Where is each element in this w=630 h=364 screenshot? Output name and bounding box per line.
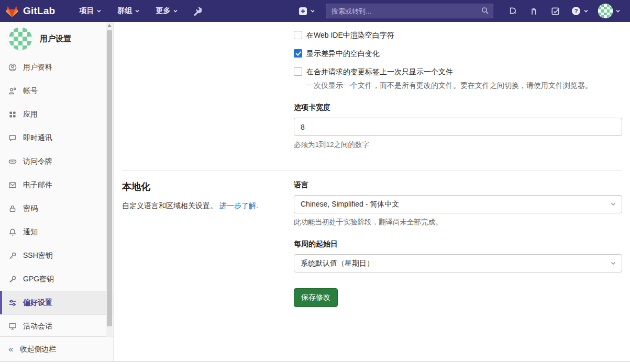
scroll-up-icon[interactable] (107, 24, 112, 27)
localization-section-left: 本地化 自定义语言和区域相关设置。 进一步了解. (122, 171, 294, 307)
viewport-bottom-edge (0, 361, 630, 364)
sidebar-item-notifications[interactable]: 通知 (0, 220, 113, 244)
show-whitespace-diff-checkbox-row[interactable]: 显示差异中的空白变化 (294, 49, 622, 59)
language-select-value: Chinese, Simplified - 简体中文 (301, 200, 399, 209)
checkbox-icon[interactable] (294, 31, 302, 39)
checkbox-label: 显示差异中的空白变化 (306, 49, 380, 59)
issues-button[interactable] (503, 4, 522, 19)
checkbox-icon[interactable] (294, 49, 302, 58)
chevron-down-icon (610, 201, 616, 207)
sidebar-item-access-tokens[interactable]: 访问令牌 (0, 150, 113, 173)
sidebar-item-label: 帐号 (23, 86, 38, 96)
search-icon (481, 7, 489, 15)
collapse-sidebar-button[interactable]: « 收起侧边栏 (0, 336, 113, 361)
merge-requests-button[interactable] (524, 4, 544, 19)
nav-groups-label: 群组 (117, 6, 132, 16)
settings-sidebar: 用户设置 用户资料 帐号 应用 即时通讯 访问令牌 (0, 22, 114, 361)
notifications-icon (8, 228, 17, 236)
nav-projects-menu[interactable]: 项目 (73, 3, 108, 19)
nav-more-label: 更多 (156, 6, 170, 16)
sidebar-item-account[interactable]: 帐号 (0, 79, 113, 103)
email-icon (8, 181, 17, 189)
search-input[interactable] (326, 4, 493, 18)
nav-more-menu[interactable]: 更多 (149, 3, 184, 19)
sidebar-item-label: 用户资料 (23, 63, 52, 72)
sidebar-item-label: SSH密钥 (23, 251, 53, 260)
learn-more-link[interactable]: 进一步了解. (219, 201, 258, 210)
localization-section-fields: 语言 Chinese, Simplified - 简体中文 此功能当初处于实验阶… (294, 171, 622, 307)
first-day-of-week-label: 每周的起始日 (294, 240, 622, 249)
sidebar-item-chat[interactable]: 即时通讯 (0, 126, 113, 150)
todo-icon (551, 7, 560, 16)
wrench-icon (193, 7, 202, 16)
chevron-down-icon (135, 8, 140, 14)
avatar (598, 4, 613, 18)
render-whitespace-checkbox-row[interactable]: 在Web IDE中渲染空白字符 (294, 30, 622, 40)
sidebar-item-preferences[interactable]: 偏好设置 (0, 291, 113, 314)
admin-area-button[interactable] (187, 4, 207, 19)
first-day-of-week-select[interactable]: 系统默认值（星期日） (294, 254, 622, 272)
chevron-down-icon (173, 8, 178, 14)
nav-groups-menu[interactable]: 群组 (111, 3, 146, 19)
sidebar-item-password[interactable]: 密码 (0, 197, 113, 220)
new-menu-button[interactable] (294, 4, 319, 19)
save-changes-button[interactable]: 保存修改 (294, 288, 338, 307)
sidebar-item-profile[interactable]: 用户资料 (0, 55, 113, 79)
first-day-of-week-select-value: 系统默认值（星期日） (301, 259, 374, 268)
collapse-sidebar-label: 收起侧边栏 (19, 345, 56, 354)
sidebar-item-active-sessions[interactable]: 活动会话 (0, 314, 113, 338)
behavior-section-left (122, 26, 294, 150)
help-icon: ? (571, 6, 581, 16)
sidebar-item-ssh-keys[interactable]: SSH密钥 (0, 244, 113, 267)
chevron-down-icon (96, 8, 102, 14)
svg-text:?: ? (574, 8, 578, 14)
preferences-content: 在Web IDE中渲染空白字符 显示差异中的空白变化 在合并请求的变更标签上一次… (114, 22, 630, 361)
checkbox-label: 在Web IDE中渲染空白字符 (306, 30, 394, 40)
user-menu-button[interactable] (595, 2, 624, 20)
sidebar-item-applications[interactable]: 应用 (0, 103, 113, 126)
sidebar-item-label: 密码 (23, 204, 38, 213)
localization-heading: 本地化 (122, 180, 294, 193)
help-menu-button[interactable]: ? (567, 3, 593, 19)
tab-width-label: 选项卡宽度 (294, 103, 622, 112)
checkbox-icon[interactable] (294, 67, 302, 76)
scrollbar-thumb[interactable] (107, 30, 112, 326)
issues-icon (508, 7, 517, 16)
gpg-key-icon (8, 275, 17, 283)
localization-description: 自定义语言和区域相关设置。 进一步了解. (122, 200, 294, 211)
nav-projects-label: 项目 (79, 6, 94, 16)
sidebar-item-label: 即时通讯 (23, 133, 52, 143)
behavior-section: 在Web IDE中渲染空白字符 显示差异中的空白变化 在合并请求的变更标签上一次… (122, 26, 622, 150)
sidebar-item-label: 访问令牌 (23, 157, 52, 166)
active-sessions-icon (8, 322, 17, 331)
password-icon (8, 204, 17, 213)
sidebar-title: 用户设置 (40, 34, 71, 44)
user-avatar (8, 27, 32, 51)
tab-width-hint: 必须为1到12之间的数字 (294, 140, 622, 150)
sidebar-scrollbar (106, 22, 113, 337)
checkbox-label: 在合并请求的变更标签上一次只显示一个文件 (306, 67, 453, 77)
sidebar-item-label: 活动会话 (23, 322, 52, 331)
chevron-down-icon (615, 8, 621, 14)
chevron-down-icon (310, 8, 315, 14)
gitlab-tanuki-logo-icon (5, 5, 19, 18)
language-hint: 此功能当初处于实验阶段，翻译尚未全部完成。 (294, 218, 622, 227)
behavior-section-fields: 在Web IDE中渲染空白字符 显示差异中的空白变化 在合并请求的变更标签上一次… (294, 26, 622, 150)
one-file-at-a-time-checkbox-row[interactable]: 在合并请求的变更标签上一次只显示一个文件 (294, 67, 622, 77)
chevron-down-icon (610, 260, 616, 266)
gitlab-home-link[interactable]: GitLab (5, 5, 55, 18)
tab-width-input[interactable] (294, 118, 622, 136)
sidebar-item-emails[interactable]: 电子邮件 (0, 173, 113, 197)
chat-icon (8, 134, 17, 142)
sidebar-item-gpg-keys[interactable]: GPG密钥 (0, 267, 113, 291)
language-select[interactable]: Chinese, Simplified - 简体中文 (294, 195, 622, 213)
todos-button[interactable] (546, 4, 565, 19)
sidebar-header: 用户设置 (0, 22, 113, 55)
chevron-down-icon (583, 8, 589, 14)
brand-name: GitLab (23, 5, 55, 17)
sidebar-item-label: 通知 (23, 228, 38, 237)
preferences-icon (8, 299, 17, 307)
sidebar-item-label: GPG密钥 (23, 275, 54, 284)
sidebar-item-label: 偏好设置 (23, 298, 52, 308)
checkbox-description: 一次仅显示一个文件，而不是所有更改的文件。要在文件之间切换，请使用文件浏览器。 (306, 80, 622, 90)
